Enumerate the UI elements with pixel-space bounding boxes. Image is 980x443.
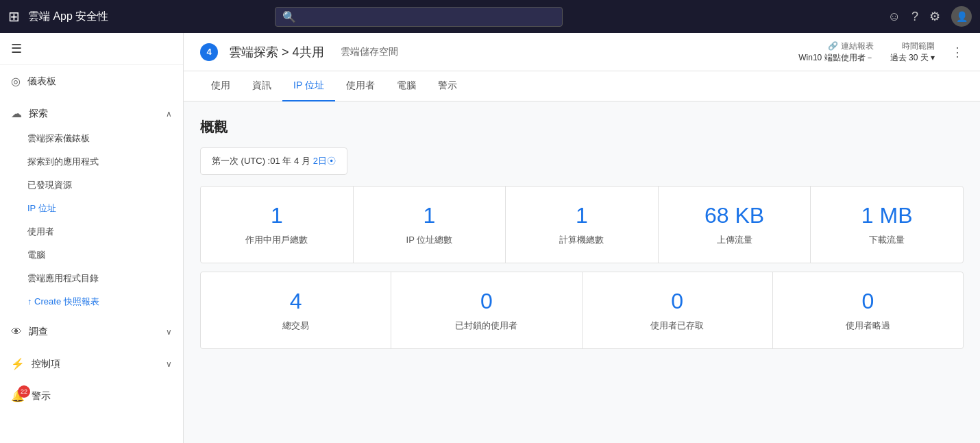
stat-value-total-transactions: 4 [290, 289, 302, 314]
explore-chevron-icon: ∧ [166, 109, 172, 119]
stats-grid-row1: 1 作用中用戶總數 1 IP 位址總數 1 計算機總數 68 KB 上傳流量 1… [200, 186, 964, 263]
sidebar-label-explore: 探索 [29, 108, 159, 120]
help-icon[interactable]: ? [911, 10, 918, 24]
sidebar-label-dashboard: 儀表板 [27, 75, 172, 88]
page-badge: 4 [200, 43, 218, 61]
time-range-meta: 時間範圍 過去 30 天 ▾ [890, 40, 935, 64]
stat-label-computers: 計算機總數 [559, 234, 604, 246]
stat-value-user-bypassed: 0 [861, 289, 874, 314]
stat-value-user-accessed: 0 [671, 289, 683, 314]
stat-blocked-users: 0 已封鎖的使用者 [391, 272, 581, 348]
sidebar-item-users[interactable]: 使用者 [27, 220, 183, 243]
stat-label-download: 下載流量 [869, 234, 905, 246]
stat-value-active-users: 1 [271, 203, 283, 228]
tab-ip[interactable]: IP 位址 [282, 71, 335, 101]
page-body: 概觀 第一次 (UTC) :01 年 4 月 2日☉ 1 作用中用戶總數 1 I… [184, 101, 980, 443]
page-header: 4 雲端探索 > 4共用 雲端儲存空間 🔗 連結報表 Win10 端點使用者－ … [184, 33, 980, 71]
stat-label-user-accessed: 使用者已存取 [650, 320, 704, 332]
sidebar-label-controls: 控制項 [32, 358, 159, 370]
controls-icon: ⚡ [11, 357, 25, 370]
dashboard-icon: ◎ [11, 75, 21, 88]
top-nav: ⊞ 雲端 App 安全性 🔍 ☺ ? ⚙ 👤 [0, 0, 980, 33]
first-seen-date-link[interactable]: 2日☉ [313, 155, 336, 167]
explore-icon: ☁ [11, 107, 22, 120]
search-bar[interactable]: 🔍 [275, 7, 563, 27]
stats-grid-row2: 4 總交易 0 已封鎖的使用者 0 使用者已存取 0 使用者略過 [200, 272, 964, 349]
connected-report-meta: 🔗 連結報表 Win10 端點使用者－ [798, 40, 873, 64]
sidebar-toggle[interactable]: ☰ [0, 33, 183, 65]
time-range-label: 時間範圍 [902, 40, 935, 52]
sidebar-item-controls[interactable]: ⚡ 控制項 ∨ [0, 350, 183, 377]
tab-users[interactable]: 使用者 [335, 71, 386, 101]
stat-label-user-bypassed: 使用者略過 [846, 320, 890, 332]
sidebar-section-dashboard: ◎ 儀表板 [0, 65, 183, 97]
controls-chevron-icon: ∨ [166, 359, 172, 369]
stat-value-upload: 68 KB [705, 203, 764, 228]
connected-report-label: 🔗 連結報表 [828, 40, 873, 52]
page-header-right: 🔗 連結報表 Win10 端點使用者－ 時間範圍 過去 30 天 ▾ ⋮ [798, 40, 964, 64]
sidebar: ☰ ◎ 儀表板 ☁ 探索 ∧ 雲端探索儀錶板 探索到的應用程式 已發現資源 IP… [0, 33, 184, 443]
time-range-value[interactable]: 過去 30 天 ▾ [890, 52, 935, 64]
avatar-icon[interactable]: 👤 [951, 6, 972, 27]
stat-total-transactions: 4 總交易 [201, 272, 391, 348]
stat-value-ip-count: 1 [423, 203, 435, 228]
tabs-bar: 使用 資訊 IP 位址 使用者 電腦 警示 [184, 71, 980, 101]
tab-info[interactable]: 資訊 [241, 71, 282, 101]
stat-label-total-transactions: 總交易 [282, 320, 309, 332]
stat-label-blocked-users: 已封鎖的使用者 [455, 320, 517, 332]
first-seen-label: 第一次 (UTC) :01 年 4 月 [212, 155, 310, 167]
connected-report-value: Win10 端點使用者－ [798, 52, 873, 64]
sidebar-item-dashboard[interactable]: ◎ 儀表板 [0, 68, 183, 95]
stat-user-accessed: 0 使用者已存取 [583, 272, 772, 348]
hamburger-icon: ☰ [11, 41, 22, 56]
alerts-badge: 22 [18, 385, 30, 398]
stat-active-users: 1 作用中用戶總數 [201, 187, 353, 263]
tab-alerts[interactable]: 警示 [427, 71, 468, 101]
sidebar-label-investigate: 調查 [29, 326, 159, 338]
top-nav-right: ☺ ? ⚙ 👤 [888, 6, 972, 27]
tab-computers[interactable]: 電腦 [386, 71, 427, 101]
alerts-icon: 🔔 22 [11, 390, 25, 403]
sidebar-item-explore[interactable]: ☁ 探索 ∧ [0, 100, 183, 127]
investigate-icon: 👁 [11, 326, 22, 338]
settings-icon[interactable]: ⚙ [929, 9, 940, 24]
sidebar-label-alerts: 警示 [32, 390, 172, 403]
sidebar-item-alerts[interactable]: 🔔 22 警示 [0, 383, 183, 409]
stat-user-bypassed: 0 使用者略過 [773, 272, 963, 348]
sidebar-item-investigate[interactable]: 👁 調查 ∨ [0, 319, 183, 345]
app-title: 雲端 App 安全性 [28, 10, 108, 24]
explore-sub-items: 雲端探索儀錶板 探索到的應用程式 已發現資源 IP 位址 使用者 電腦 雲端應用… [0, 127, 183, 313]
investigate-chevron-icon: ∨ [166, 327, 172, 337]
search-icon: 🔍 [282, 10, 296, 23]
search-input[interactable] [300, 12, 555, 22]
page-subtitle: 雲端儲存空間 [341, 46, 398, 58]
stat-upload: 68 KB 上傳流量 [659, 187, 811, 263]
more-options-icon[interactable]: ⋮ [951, 45, 964, 60]
app-body: ☰ ◎ 儀表板 ☁ 探索 ∧ 雲端探索儀錶板 探索到的應用程式 已發現資源 IP… [0, 33, 980, 443]
sidebar-section-investigate: 👁 調查 ∨ [0, 316, 183, 348]
overview-title: 概觀 [200, 118, 964, 136]
sidebar-section-explore: ☁ 探索 ∧ 雲端探索儀錶板 探索到的應用程式 已發現資源 IP 位址 使用者 … [0, 97, 183, 316]
sidebar-item-discovered-apps[interactable]: 探索到的應用程式 [27, 150, 183, 173]
stat-label-ip-count: IP 位址總數 [406, 234, 453, 246]
stat-value-blocked-users: 0 [480, 289, 493, 314]
stat-value-computers: 1 [576, 203, 588, 228]
sidebar-item-computers[interactable]: 電腦 [27, 243, 183, 267]
stat-label-active-users: 作用中用戶總數 [245, 234, 308, 246]
page-title: 雲端探索 > 4共用 [229, 44, 324, 60]
sidebar-section-controls: ⚡ 控制項 ∨ [0, 348, 183, 380]
stat-ip-count: 1 IP 位址總數 [354, 187, 506, 263]
stat-download: 1 MB 下載流量 [811, 187, 963, 263]
sidebar-item-discovered-resources[interactable]: 已發現資源 [27, 173, 183, 197]
main-content: 4 雲端探索 > 4共用 雲端儲存空間 🔗 連結報表 Win10 端點使用者－ … [184, 33, 980, 443]
stat-value-download: 1 MB [861, 203, 913, 228]
create-snapshot-link[interactable]: ↑ Create 快照報表 [27, 290, 183, 313]
stat-computers: 1 計算機總數 [506, 187, 658, 263]
sidebar-section-alerts: 🔔 22 警示 [0, 380, 183, 412]
sidebar-item-explore-dashboard[interactable]: 雲端探索儀錶板 [27, 127, 183, 150]
tab-usage[interactable]: 使用 [200, 71, 241, 101]
sidebar-item-app-catalog[interactable]: 雲端應用程式目錄 [27, 267, 183, 290]
smiley-icon[interactable]: ☺ [888, 10, 901, 24]
sidebar-item-ip-addresses[interactable]: IP 位址 [27, 197, 183, 220]
app-grid-icon[interactable]: ⊞ [8, 8, 20, 25]
